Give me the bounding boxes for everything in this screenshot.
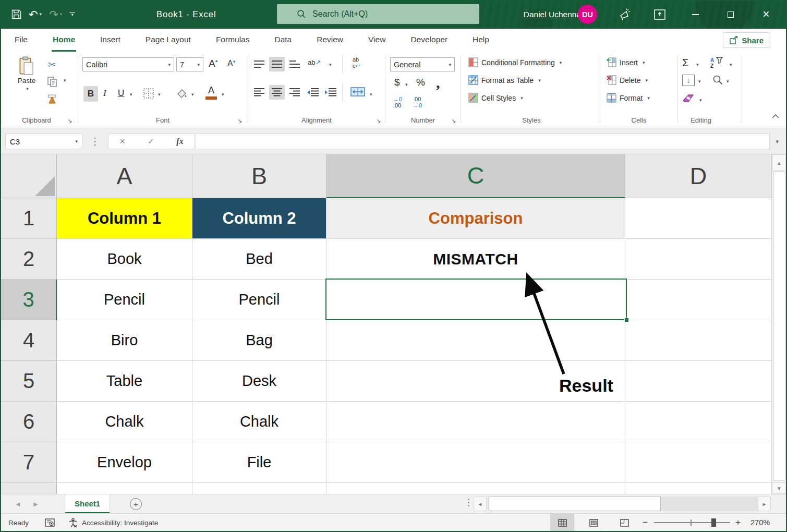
paste-button[interactable]: Paste ▾ [11,56,42,91]
row-header-7[interactable]: 7 [1,442,57,483]
zoom-in-button[interactable]: + [735,514,741,531]
decrease-decimal-button[interactable]: .00→0 [413,96,422,108]
name-box[interactable]: C3 ▾ [5,134,82,149]
borders-dropdown[interactable]: ▾ [158,92,161,97]
customize-qat-button[interactable]: ▾ [69,12,75,17]
page-layout-view-button[interactable] [582,514,606,531]
cell-styles-button[interactable]: Cell Styles▾ [468,93,523,103]
cell-A6[interactable]: Chalk [57,402,192,442]
cell-D3[interactable] [625,280,772,320]
cut-button[interactable]: ✂ [48,59,56,70]
row-header-6[interactable]: 6 [1,402,57,442]
fill-dropdown[interactable]: ▾ [698,79,701,84]
cell-B6[interactable]: Chalk [192,402,326,442]
cell-D7[interactable] [625,442,772,483]
active-cell-selection[interactable] [325,279,627,320]
cell-A2[interactable]: Book [57,239,192,280]
user-name[interactable]: Daniel Uchenna [524,0,581,29]
find-select-button[interactable] [712,75,723,85]
column-header-A[interactable]: A [57,154,192,198]
font-color-button[interactable]: A [205,85,217,100]
accounting-dropdown[interactable]: ▾ [405,82,408,87]
cell-C7[interactable] [326,442,625,483]
decrease-indent-button[interactable] [307,88,319,96]
maximize-button[interactable] [719,0,743,29]
sort-filter-dropdown[interactable]: ▾ [730,62,732,67]
wrap-text-button[interactable]: abc↩ [353,57,360,69]
cell-D2[interactable] [625,239,772,280]
orientation-button[interactable]: ab↗ [308,58,321,66]
cell-A4[interactable]: Biro [57,320,192,361]
accounting-format-button[interactable]: $ [394,77,400,88]
sheet-tab-sheet1[interactable]: Sheet1 [65,494,110,514]
vertical-scrollbar[interactable]: ▲ ▼ [772,154,786,494]
comma-style-button[interactable]: , [436,74,440,91]
cell-B5[interactable]: Desk [192,361,326,402]
align-top-button[interactable] [253,60,265,68]
underline-button[interactable]: U [118,88,124,99]
row-header-5[interactable]: 5 [1,361,57,402]
expand-formula-bar-button[interactable]: ▾ [776,134,779,149]
insert-function-button[interactable]: fx [176,137,183,146]
cell-B8[interactable] [192,483,326,494]
clear-button[interactable] [682,93,696,105]
row-header-3[interactable]: 3 [1,280,57,320]
enter-button[interactable]: ✓ [148,137,154,146]
align-center-button[interactable] [269,85,285,100]
cell-A1[interactable]: Column 1 [57,198,192,239]
undo-button[interactable]: ↶▾ [29,9,42,20]
collapse-ribbon-button[interactable] [772,114,779,118]
cell-C4[interactable] [326,320,625,361]
cell-A5[interactable]: Table [57,361,192,402]
row-header-1[interactable]: 1 [1,198,57,239]
search-box[interactable]: Search (Alt+Q) [277,4,479,24]
sort-filter-button[interactable]: AZ [710,56,723,69]
new-sheet-button[interactable]: + [130,498,142,510]
autosum-dropdown[interactable]: ▾ [696,62,699,67]
font-color-dropdown[interactable]: ▾ [222,92,224,97]
shrink-font-button[interactable]: A▾ [227,59,235,68]
scroll-left-button[interactable]: ◄ [474,497,487,511]
tab-formulas[interactable]: Formulas [215,29,251,52]
tab-developer[interactable]: Developer [409,29,449,52]
formula-input[interactable] [196,134,770,149]
scrollbar-resize-handle[interactable] [468,499,469,506]
fill-color-dropdown[interactable]: ▾ [191,92,194,97]
cancel-button[interactable]: × [119,136,125,147]
ribbon-display-options-button[interactable] [648,0,672,29]
copy-button[interactable] [47,77,57,87]
fill-button[interactable]: ↓ [682,75,695,86]
alignment-dialog-launcher[interactable]: ↘ [376,117,381,125]
column-header-C[interactable]: C [326,154,625,198]
tab-file[interactable]: File [14,29,29,52]
tab-review[interactable]: Review [316,29,344,52]
font-name-select[interactable]: Calibri▾ [82,57,174,71]
cell-B1[interactable]: Column 2 [192,198,326,239]
zoom-out-button[interactable]: − [643,514,648,531]
page-break-preview-button[interactable] [612,514,636,531]
insert-cells-button[interactable]: Insert▾ [607,57,645,67]
number-dialog-launcher[interactable]: ↘ [451,117,456,125]
bold-button[interactable]: B [83,86,98,102]
cell-D5[interactable] [625,361,772,402]
scroll-up-button[interactable]: ▲ [772,154,786,171]
scroll-down-button[interactable]: ▼ [772,482,786,494]
macro-record-button[interactable] [45,514,55,531]
borders-button[interactable] [143,88,154,99]
cell-B3[interactable]: Pencil [192,280,326,320]
cell-C2[interactable]: MISMATCH [326,239,625,280]
tab-insert[interactable]: Insert [99,29,122,52]
fill-color-button[interactable] [175,87,188,100]
row-header-4[interactable]: 4 [1,320,57,361]
row-header-8[interactable]: 8 [1,483,57,494]
clear-dropdown[interactable]: ▾ [699,98,702,103]
delete-cells-button[interactable]: Delete▾ [607,75,648,85]
zoom-slider-track[interactable] [654,522,730,523]
column-header-B[interactable]: B [192,154,326,198]
normal-view-button[interactable] [550,514,574,531]
tab-help[interactable]: Help [471,29,490,52]
zoom-slider-thumb[interactable] [711,518,716,527]
share-button[interactable]: Share [723,32,770,48]
tab-page-layout[interactable]: Page Layout [144,29,192,52]
close-button[interactable]: × [754,0,778,29]
